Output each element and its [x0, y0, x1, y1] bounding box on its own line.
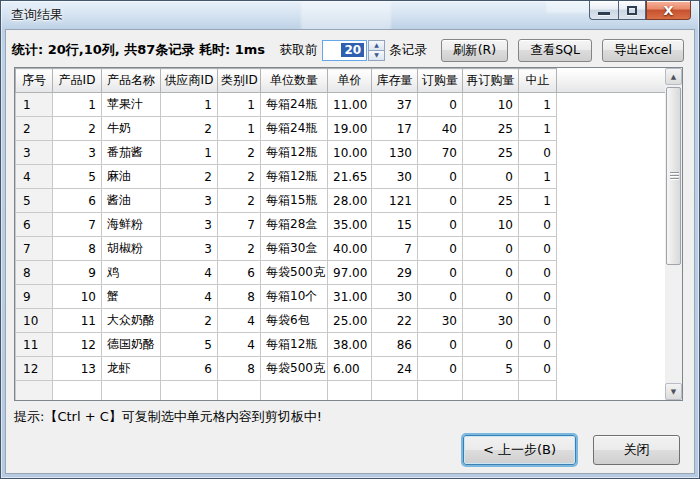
data-cell[interactable]: 40.00	[328, 237, 372, 261]
vertical-scrollbar[interactable]: ▲ ▼	[665, 68, 682, 400]
data-cell[interactable]: 25.00	[328, 309, 372, 333]
row-number-cell[interactable]: 5	[16, 189, 53, 213]
data-cell[interactable]: 11.00	[328, 93, 372, 117]
data-cell[interactable]: 30	[418, 309, 463, 333]
data-cell[interactable]	[102, 381, 161, 402]
scrollbar-thumb[interactable]	[666, 87, 681, 265]
spin-down-button[interactable]: ▼	[368, 50, 385, 61]
data-cell[interactable]	[261, 381, 328, 402]
row-number-cell[interactable]: 10	[16, 309, 53, 333]
data-cell[interactable]: 1	[161, 93, 218, 117]
data-cell[interactable]: 0	[418, 189, 463, 213]
data-cell[interactable]: 10.00	[328, 141, 372, 165]
data-cell[interactable]: 2	[161, 165, 218, 189]
data-cell[interactable]: 3	[161, 213, 218, 237]
row-number-cell[interactable]: 7	[16, 237, 53, 261]
data-cell[interactable]: 25	[463, 189, 519, 213]
data-cell[interactable]: 1	[218, 117, 261, 141]
data-cell[interactable]: 25	[463, 117, 519, 141]
scroll-down-button[interactable]: ▼	[665, 383, 682, 400]
data-cell[interactable]: 2	[161, 117, 218, 141]
data-cell[interactable]: 7	[218, 213, 261, 237]
data-cell[interactable]: 8	[218, 357, 261, 381]
column-header-8[interactable]: 订购量	[418, 69, 463, 93]
data-cell[interactable]: 每箱12瓶	[261, 165, 328, 189]
data-cell[interactable]: 每箱15瓶	[261, 189, 328, 213]
data-cell[interactable]: 每箱12瓶	[261, 141, 328, 165]
data-cell[interactable]: 22	[372, 309, 418, 333]
data-cell[interactable]: 1	[53, 93, 102, 117]
data-cell[interactable]: 21.65	[328, 165, 372, 189]
data-cell[interactable]: 0	[463, 261, 519, 285]
data-cell[interactable]: 12	[53, 333, 102, 357]
data-cell[interactable]: 每袋500克	[261, 357, 328, 381]
data-cell[interactable]: 1	[519, 165, 557, 189]
data-cell[interactable]: 121	[372, 189, 418, 213]
previous-step-button[interactable]: < 上一步(B)	[463, 435, 576, 465]
column-header-7[interactable]: 库存量	[372, 69, 418, 93]
data-cell[interactable]: 30	[372, 285, 418, 309]
data-cell[interactable]: 29	[372, 261, 418, 285]
data-cell[interactable]: 11	[53, 309, 102, 333]
data-cell[interactable]	[418, 381, 463, 402]
data-cell[interactable]: 每箱24瓶	[261, 117, 328, 141]
data-cell[interactable]: 0	[463, 237, 519, 261]
data-cell[interactable]: 37	[372, 93, 418, 117]
data-cell[interactable]: 31.00	[328, 285, 372, 309]
data-cell[interactable]: 0	[418, 285, 463, 309]
data-cell[interactable]: 4	[161, 261, 218, 285]
data-cell[interactable]: 130	[372, 141, 418, 165]
column-header-9[interactable]: 再订购量	[463, 69, 519, 93]
data-cell[interactable]: 每袋500克	[261, 261, 328, 285]
data-cell[interactable]: 4	[218, 333, 261, 357]
data-cell[interactable]: 25	[463, 141, 519, 165]
row-number-cell[interactable]: 3	[16, 141, 53, 165]
data-cell[interactable]: 8	[53, 237, 102, 261]
column-header-2[interactable]: 产品名称	[102, 69, 161, 93]
export-excel-button[interactable]: 导出Excel	[602, 39, 684, 62]
data-cell[interactable]: 0	[519, 141, 557, 165]
data-cell[interactable]: 6.00	[328, 357, 372, 381]
data-cell[interactable]: 0	[519, 333, 557, 357]
column-header-10[interactable]: 中止	[519, 69, 557, 93]
data-cell[interactable]: 牛奶	[102, 117, 161, 141]
data-cell[interactable]: 0	[519, 237, 557, 261]
data-cell[interactable]: 0	[519, 213, 557, 237]
data-cell[interactable]	[53, 381, 102, 402]
row-number-cell[interactable]: 8	[16, 261, 53, 285]
data-cell[interactable]: 1	[519, 189, 557, 213]
data-cell[interactable]: 0	[418, 357, 463, 381]
data-cell[interactable]: 30	[372, 165, 418, 189]
data-cell[interactable]: 30	[463, 309, 519, 333]
minimize-button[interactable]	[589, 1, 618, 20]
data-cell[interactable]: 15	[372, 213, 418, 237]
data-cell[interactable]: 每箱10个	[261, 285, 328, 309]
view-sql-button[interactable]: 查看SQL	[518, 39, 592, 62]
data-cell[interactable]: 0	[418, 261, 463, 285]
row-number-cell[interactable]: 4	[16, 165, 53, 189]
data-cell[interactable]: 10	[463, 93, 519, 117]
data-cell[interactable]: 5	[53, 165, 102, 189]
data-cell[interactable]: 每箱24瓶	[261, 93, 328, 117]
spin-up-button[interactable]: ▲	[368, 40, 385, 50]
data-cell[interactable]: 40	[418, 117, 463, 141]
column-header-0[interactable]: 序号	[16, 69, 53, 93]
column-header-3[interactable]: 供应商ID	[161, 69, 218, 93]
data-cell[interactable]: 2	[218, 141, 261, 165]
data-cell[interactable]: 1	[519, 93, 557, 117]
data-cell[interactable]: 5	[463, 357, 519, 381]
data-cell[interactable]	[463, 381, 519, 402]
data-cell[interactable]: 0	[418, 333, 463, 357]
data-cell[interactable]	[328, 381, 372, 402]
data-cell[interactable]: 每箱12瓶	[261, 333, 328, 357]
data-cell[interactable]: 28.00	[328, 189, 372, 213]
data-cell[interactable]: 酱油	[102, 189, 161, 213]
data-cell[interactable]	[16, 381, 53, 402]
column-header-5[interactable]: 单位数量	[261, 69, 328, 93]
data-cell[interactable]: 1	[161, 141, 218, 165]
data-cell[interactable]: 6	[161, 357, 218, 381]
data-cell[interactable]: 4	[218, 309, 261, 333]
data-cell[interactable]: 6	[218, 261, 261, 285]
data-cell[interactable]: 2	[53, 117, 102, 141]
data-cell[interactable]: 6	[53, 189, 102, 213]
